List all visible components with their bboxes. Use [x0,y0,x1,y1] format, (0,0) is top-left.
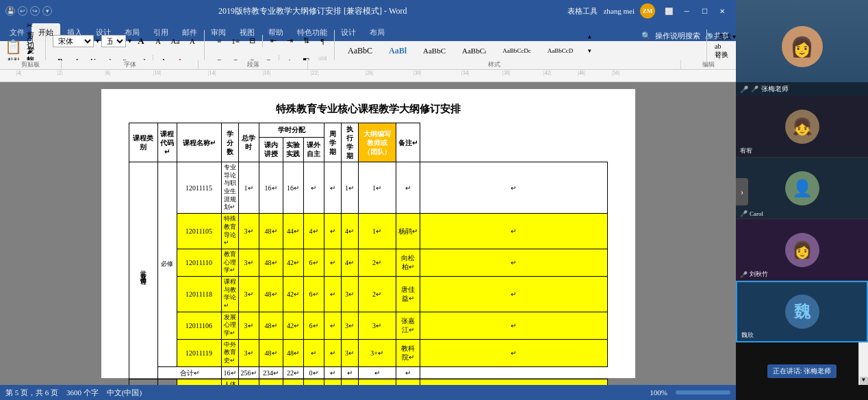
find-btn[interactable]: 🔍 查找 ▾ [714,32,729,42]
cell-week: 4↵ [341,249,358,276]
ruler-marker: |4| [16,70,21,76]
table-row: 12011102 人体解剖生理学↵ 2↵ 32↵ 26↵ 6↵ ↵ 2↵ 2↵ … [129,379,607,385]
header-note: 备注↵ [396,123,420,162]
cell-note: ↵ [420,214,607,249]
change-case-btn[interactable]: Aa [168,34,183,48]
user-avatar[interactable]: ZM [640,3,655,18]
style-title2[interactable]: AaBbC [417,45,452,57]
font-size-select[interactable]: 五号 [101,35,126,47]
cell-note: ↵ [420,249,607,276]
cell-note: ↵ [420,379,607,385]
cell-week: 3↵ [341,312,358,339]
table-row: 学科专业基础课程 必修 12011115 专业导论与职业生涯规划↵ 1↵ 16↵… [129,162,607,214]
expand-panel-btn[interactable]: › [736,178,748,205]
cell-name: 特殊教育导论↵ [221,214,238,249]
video-panel: › 👩 🎤 🎤 张梅老师 👧 宥宥 👤 [736,0,868,400]
styles-up-btn[interactable]: ▲ [582,29,597,43]
window-title: 2019版特教专业教学大纲修订安排 [兼容模式] - Word [58,5,567,17]
cell-lab: ↵ [303,339,324,366]
cell-credit: 3↵ [238,249,259,276]
bullets-btn[interactable]: ≡ [212,34,227,48]
cell-total: 16↵ [259,162,283,214]
header-lab: 实验实践 [283,137,303,162]
cell-teacher: 唐佳益↵ [396,276,420,312]
ribbon-collapse-btn[interactable]: ⬜ [661,5,677,17]
cell-code: 12011102 [177,379,221,385]
maximize-btn[interactable]: ☐ [696,5,713,17]
font-select[interactable]: 宋体 [53,35,94,47]
participant-youyou-name: 宥宥 [740,147,752,155]
decrease-font-btn[interactable]: A [151,34,166,48]
cell-note: ↵ [420,312,607,339]
style-subtitle[interactable]: AaBbCı [456,45,492,57]
left-margin-marker: ↑ [7,103,10,110]
customize-icon[interactable]: ▾ [42,6,52,16]
category-required: 学科专业基础课程 [129,162,157,379]
zoom-slider[interactable] [676,390,730,395]
cell-name: 人体解剖生理学↵ [221,379,238,385]
cell-term: 3+↵ [358,339,396,366]
cell-credit: 1↵ [238,162,259,214]
redo-icon[interactable]: ↪ [30,6,40,16]
mic-carol-icon: 🎤 [740,210,748,217]
table-row-total: 合计↵ 16↵ 256↵ 234↵ 22↵ 0↵ ↵ ↵ ↵ ↵ [129,366,607,379]
save-icon[interactable]: 💾 [5,6,15,16]
cell-teacher: 向松柏↵ [396,249,420,276]
style-normal[interactable]: AaBbC [342,44,379,58]
minimize-btn[interactable]: ─ [678,5,695,17]
cell-lab: 6↵ [303,249,324,276]
cell-credit: 3↵ [238,312,259,339]
cell-self: ↵ [324,162,341,214]
cell-lab: 6↵ [303,276,324,312]
title-bar: 💾 ↩ ↪ ▾ 2019版特教专业教学大纲修订安排 [兼容模式] - Word … [0,0,736,22]
close-btn[interactable]: ✕ [714,5,730,17]
show-marks-btn[interactable]: ¶ [315,34,330,48]
page-info: 第 5 页，共 6 页 [5,388,58,398]
cell-credit: 3↵ [238,214,259,249]
cell-code: 12011105 [177,214,221,249]
main-speaker-mic-icon: 🎤 [751,86,758,92]
increase-indent-btn[interactable]: ⇥ [282,34,297,48]
paste-btn[interactable]: 📋 [3,37,24,56]
participant-weixing-name: 魏欣 [741,331,754,340]
sort-btn[interactable]: ⇅ [298,34,314,48]
cell-lecture: 42↵ [283,249,303,276]
cell-term: 3↵ [358,312,396,339]
title-bar-right: 表格工具 zhang mei ZM ⬜ ─ ☐ ✕ [567,3,730,18]
decrease-indent-btn[interactable]: ⇤ [266,34,281,48]
cell-term: 1↵ [358,214,396,249]
header-category: 课程类别 [129,123,157,162]
main-speaker-tile: 👩 🎤 🎤 张梅老师 [736,0,868,96]
undo-icon[interactable]: ↩ [18,6,27,16]
cell-lab: 4↵ [303,214,324,249]
styles-down-btn[interactable]: ▼ [582,44,597,58]
cell-total: 48↵ [259,276,283,312]
style-title1[interactable]: AaBl [383,44,413,58]
cell-teacher: 杨鹃↵ [396,214,420,249]
header-name: 课程名称↵ [177,123,221,162]
main-table: 课程类别 课程代码↵ 课程名称↵ 学分数 总学时 学时分配 周学期 执行学期 大… [129,123,608,385]
cell-total: 48↵ [259,339,283,366]
increase-font-btn[interactable]: A [133,34,149,48]
numbering-btn[interactable]: 1≡ [228,34,243,48]
style-emphasis[interactable]: AaBbCcD [541,45,580,56]
cell-note: ↵ [420,276,607,312]
cell-lecture: 42↵ [283,312,303,339]
clear-format-btn[interactable]: A [185,34,200,48]
cell-self: ↵ [324,339,341,366]
multilevel-btn[interactable]: ⊟ [244,34,259,48]
clipboard-label: 剪贴板 [0,60,62,69]
table-row: 12011119 中外教育史↵ 3↵ 48↵ 48↵ ↵ ↵ 3↵ 3+↵ 教科… [129,339,607,366]
cell-note: ↵ [420,162,607,214]
header-lecture: 课内讲授 [259,137,283,162]
zoom-level: 100% [650,388,667,397]
cell-code: 12011115 [177,162,221,214]
cell-total-lecture: 234↵ [259,366,283,379]
header-code: 课程代码↵ [157,123,177,162]
ruler: |4| |2| |6| |10| |14| |18| |22| |26| |30… [0,70,736,82]
tab-label: 表格工具 [567,6,598,16]
style-strong[interactable]: AaBbCcDc [496,45,537,56]
cell-week: 1↵ [341,162,358,214]
cell-lab: ↵ [303,162,324,214]
styles-label: 样式 [308,60,681,69]
